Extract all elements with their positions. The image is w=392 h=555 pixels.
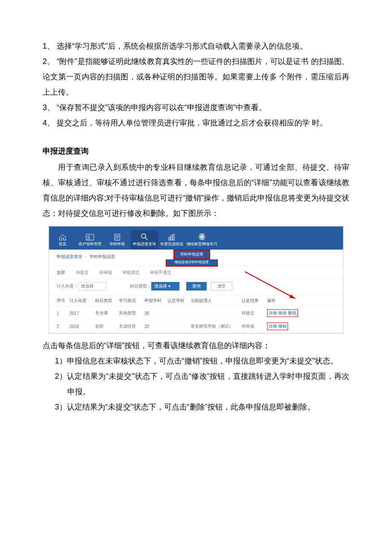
query-button[interactable]: 查询: [186, 282, 207, 291]
tab-pending-review[interactable]: 待审核: [99, 270, 112, 275]
svg-rect-9: [171, 235, 172, 240]
svg-rect-10: [173, 234, 174, 240]
tab-approved[interactable]: 审核通过: [122, 270, 139, 275]
paragraph-3: 3、 “保存暂不提交”该项的申报内容可以在“申报进度查询”中查看。: [43, 100, 349, 115]
document-icon: [114, 234, 121, 241]
year-select[interactable]: 请选择: [78, 282, 106, 291]
result-grid: 序号 计入年度 科目类型 学习形式 申报学时 认定学时 当前处理人 认定结果 操…: [49, 295, 343, 333]
clear-button[interactable]: 清空: [211, 282, 232, 291]
tab-all[interactable]: 全部: [57, 270, 65, 275]
subnav-btn-1[interactable]: 学时申报进度: [173, 250, 210, 259]
table-row: 1 2017 专业课 其他类型 30 待提交 详细 修改 删除: [49, 307, 343, 320]
paragraph-4: 4、 提交之后，等待用人单位管理员进行审批，审批通过之后才会获得相应的学 时。: [43, 115, 349, 131]
list-item-2: 2）认定结果为“未提交”状态下，可点击“修改”按钮，直接跳转进入学时申报页面，再…: [43, 369, 349, 399]
svg-point-1: [88, 236, 90, 238]
svg-line-7: [145, 238, 147, 240]
tab-pending-submit[interactable]: 待提交: [76, 270, 89, 275]
nav-user-info[interactable]: 用户资料管理: [76, 231, 104, 250]
row-ops-2[interactable]: 详细 撤销: [267, 323, 288, 330]
list-item-3: 3）认定结果为“未提交”状态下，可点击“删除”按钮，此条申报信息即被删除。: [43, 399, 349, 415]
intro-paragraph: 用于查询已录入到系统中的专业科目继续教育信息记录，可通过全部、待提交、待审核、审…: [43, 160, 349, 221]
svg-point-6: [141, 234, 146, 238]
search-icon: [141, 233, 148, 241]
list-item-1: 1）申报信息在未审核状态下，可点击“撤销”按钮，申报信息即变更为“未提交”状态。: [43, 353, 349, 369]
atom-icon: [198, 233, 206, 241]
nav-home[interactable]: 首页: [49, 231, 76, 250]
paragraph-2: 2、 “附件”是指能够证明此继续教育真实性的一些证件的扫描图片，可以是证书 的扫…: [43, 54, 349, 100]
nav-year-status[interactable]: 年度完成情况: [158, 231, 185, 250]
subnav-btn-2[interactable]: 继续基地学时申报进度: [166, 259, 218, 267]
breadcrumb: 申报进度查询 › 学时申报进度: [57, 254, 115, 260]
table-row: 2 2016 全部 支边扶贫 20 泰安师范学校（测试） 待审核 详细 撤销: [49, 320, 343, 333]
nav-hours-apply[interactable]: 学时申报: [104, 231, 131, 250]
nav-progress-query[interactable]: 申报进度查询: [131, 230, 158, 250]
subnav-area: 申报进度查询 › 学时申报进度 学时申报进度 继续基地学时申报进度: [49, 250, 343, 266]
bar-chart-icon: [168, 234, 176, 241]
section-title: 申报进度查询: [43, 146, 349, 156]
grid-header: 序号 计入年度 科目类型 学习形式 申报学时 认定学时 当前处理人 认定结果 操…: [49, 295, 343, 307]
crumb-parent[interactable]: 申报进度查询: [57, 254, 82, 259]
filter-bar: 计入年度： 请选择 科目类型： 请选择 ▾ 查询 清空: [49, 279, 343, 295]
after-figure-text: 点击每条信息后的“详细”按钮，可查看该继续教育信息的详细内容；: [43, 338, 349, 353]
year-label: 计入年度：: [57, 283, 78, 289]
crumb-current: 学时申报进度: [89, 254, 115, 259]
svg-rect-8: [169, 237, 170, 240]
tab-rejected[interactable]: 审核不通过: [150, 270, 171, 275]
screenshot-figure: 首页 用户资料管理 学时申报 申报进度查询 年度完成情况 继续教育网络学习: [49, 226, 343, 334]
chevron-down-icon: ▾: [168, 284, 170, 288]
type-label: 科目类型：: [130, 283, 151, 289]
top-navbar: 首页 用户资料管理 学时申报 申报进度查询 年度完成情况 继续教育网络学习: [49, 227, 343, 250]
user-card-icon: [86, 234, 94, 241]
home-icon: [59, 234, 66, 241]
nav-online-learn[interactable]: 继续教育网络学习: [185, 230, 219, 250]
filter-tabs: 全部 待提交 待审核 审核通过 审核不通过: [49, 266, 343, 279]
svg-point-11: [201, 236, 203, 238]
paragraph-1: 1、 选择“学习形式”后，系统会根据所选学习形式自动载入需要录入的信息项。: [43, 38, 349, 54]
type-select[interactable]: 请选择 ▾: [151, 282, 179, 291]
row-ops-1[interactable]: 详细 修改 删除: [267, 309, 298, 317]
